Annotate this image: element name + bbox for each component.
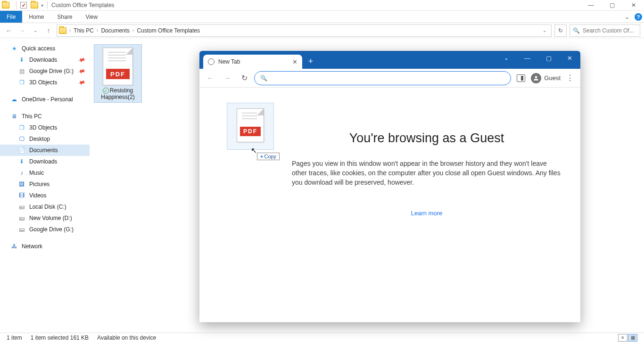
sidebar-pc-local-disk-c[interactable]: 🖴Local Disk (C:) [0, 201, 90, 212]
status-selection: 1 item selected 161 KB [31, 334, 89, 341]
disk-icon: 🖴 [18, 203, 25, 211]
close-button[interactable]: ✕ [623, 0, 644, 11]
sidebar-pc-music[interactable]: ♪Music [0, 167, 90, 179]
pin-icon: 📌 [77, 67, 86, 75]
view-toggle: ≡ ▦ [618, 334, 637, 342]
chrome-reload-button[interactable]: ↻ [237, 71, 251, 85]
qat-check-icon[interactable]: ✔ [20, 2, 27, 8]
nav-forward-button[interactable]: → [17, 25, 27, 36]
chrome-tab-close-icon[interactable]: ✕ [292, 58, 297, 65]
file-label: ✓Resisting Happiness(2) [95, 87, 140, 100]
drive-icon: ▤ [18, 67, 25, 75]
app-folder-icon [2, 2, 9, 8]
sidebar-network[interactable]: 🖧Network [0, 241, 90, 252]
chrome-menu-button[interactable]: ⋮ [563, 73, 577, 82]
pdf-file-icon: PDF [103, 48, 133, 85]
chrome-side-panel-button[interactable] [514, 71, 528, 85]
qat-dropdown-icon[interactable]: ▾ [41, 3, 43, 8]
chrome-close-button[interactable]: ✕ [559, 51, 580, 65]
maximize-button[interactable]: ▢ [602, 0, 623, 11]
cube-icon: ❒ [18, 79, 25, 86]
guest-message: You're browsing as a Guest Pages you vie… [292, 131, 561, 217]
chrome-forward-button[interactable]: → [220, 71, 234, 85]
music-icon: ♪ [18, 169, 25, 177]
chrome-tab-title: New Tab [218, 58, 289, 65]
sidebar-pc-new-volume-d[interactable]: 🖴New Volume (D:) [0, 212, 90, 224]
chrome-maximize-button[interactable]: ▢ [538, 51, 559, 65]
file-item-resisting-happiness[interactable]: PDF ✓Resisting Happiness(2) [94, 45, 141, 102]
sidebar-pc-documents[interactable]: 📄Documents [0, 145, 90, 156]
download-icon: ⬇ [18, 56, 25, 64]
search-icon: 🔍 [573, 27, 580, 34]
sidebar-quick-access[interactable]: ★Quick access [0, 43, 90, 54]
ribbon-share-tab[interactable]: Share [50, 11, 79, 23]
explorer-search-input[interactable]: 🔍 Search Custom Of... [570, 24, 640, 37]
chrome-back-button[interactable]: ← [203, 71, 217, 85]
avatar-icon [531, 73, 541, 83]
address-refresh-button[interactable]: ↻ [554, 24, 567, 37]
videos-icon: 🎞 [18, 192, 25, 199]
chrome-profile-label: Guest [544, 74, 561, 81]
sidebar-gdrive-pinned[interactable]: ▤Google Drive (G:)📌 [0, 65, 90, 77]
breadcrumb-documents[interactable]: Documents [101, 27, 130, 34]
desktop-icon: 🖵 [18, 135, 25, 143]
chrome-new-tab-button[interactable]: + [304, 55, 317, 68]
view-large-icons-button[interactable]: ▦ [628, 334, 637, 342]
chrome-titlebar[interactable]: New Tab ✕ + ⌄ ― ▢ ✕ [199, 51, 580, 69]
nav-recent-dropdown[interactable]: ⌄ [30, 25, 41, 36]
sync-ok-icon: ✓ [103, 88, 109, 94]
sidebar-this-pc[interactable]: 🖥This PC [0, 111, 90, 122]
breadcrumb-this-pc[interactable]: This PC [74, 27, 94, 34]
sidebar-pc-pictures[interactable]: 🖼Pictures [0, 179, 90, 190]
documents-icon: 📄 [18, 147, 25, 154]
guest-heading: You're browsing as a Guest [292, 131, 561, 146]
panel-icon [517, 74, 525, 82]
sidebar-pc-gdrive[interactable]: 🖴Google Drive (G:) [0, 224, 90, 235]
breadcrumb-caret[interactable]: › [69, 28, 71, 33]
star-icon: ★ [10, 45, 18, 52]
sidebar-3d-objects-pinned[interactable]: ❒3D Objects📌 [0, 77, 90, 88]
nav-up-button[interactable]: ↑ [43, 25, 54, 36]
address-history-dropdown[interactable]: ⌄ [540, 28, 549, 33]
sidebar-onedrive[interactable]: ☁OneDrive - Personal [0, 94, 90, 105]
address-bar[interactable]: › This PC › Documents › Custom Office Te… [57, 24, 552, 37]
chrome-omnibox[interactable]: 🔍 [254, 71, 511, 85]
nav-back-button[interactable]: ← [4, 25, 14, 36]
minimize-button[interactable]: ― [580, 0, 602, 11]
chrome-guest-window[interactable]: New Tab ✕ + ⌄ ― ▢ ✕ ← → ↻ 🔍 Guest ⋮ PDF [199, 51, 580, 322]
qat-folder-icon[interactable] [31, 2, 38, 8]
search-placeholder: Search Custom Of... [583, 27, 634, 34]
chrome-tab-new[interactable]: New Tab ✕ [203, 55, 302, 69]
chrome-profile-button[interactable]: Guest [531, 73, 561, 83]
ribbon-home-tab[interactable]: Home [22, 11, 50, 23]
pin-icon: 📌 [77, 56, 86, 64]
explorer-titlebar: ✔ ▾ Custom Office Templates ― ▢ ✕ [0, 0, 644, 11]
learn-more-link[interactable]: Learn more [292, 210, 561, 217]
sidebar-pc-videos[interactable]: 🎞Videos [0, 190, 90, 201]
address-folder-icon [59, 27, 66, 34]
help-button[interactable]: ? [633, 11, 644, 23]
navigation-pane[interactable]: ★Quick access ⬇Downloads📌 ▤Google Drive … [0, 38, 90, 333]
chrome-content-area[interactable]: PDF ↖ +Copy You're browsing as a Guest P… [199, 88, 580, 322]
download-icon: ⬇ [18, 158, 25, 165]
cube-icon: ❒ [18, 124, 25, 131]
status-item-count: 1 item [7, 334, 22, 341]
drag-ghost-pdf: PDF [227, 103, 274, 150]
ribbon-collapse-icon[interactable]: ⌄ [621, 11, 633, 23]
status-availability: Available on this device [97, 334, 156, 341]
chrome-minimize-button[interactable]: ― [517, 51, 538, 65]
pc-icon: 🖥 [10, 113, 18, 120]
ribbon-file-tab[interactable]: File [0, 11, 22, 23]
network-icon: 🖧 [10, 243, 18, 250]
sidebar-pc-desktop[interactable]: 🖵Desktop [0, 133, 90, 145]
ribbon-view-tab[interactable]: View [79, 11, 104, 23]
chrome-tab-search-button[interactable]: ⌄ [495, 51, 517, 65]
view-details-button[interactable]: ≡ [618, 334, 627, 342]
sidebar-pc-3d-objects[interactable]: ❒3D Objects [0, 122, 90, 133]
pdf-file-icon: PDF [237, 108, 264, 142]
sidebar-downloads-pinned[interactable]: ⬇Downloads📌 [0, 54, 90, 65]
breadcrumb-custom-office-templates[interactable]: Custom Office Templates [137, 27, 200, 34]
disk-icon: 🖴 [18, 226, 25, 233]
search-icon: 🔍 [260, 75, 267, 81]
sidebar-pc-downloads[interactable]: ⬇Downloads [0, 156, 90, 167]
